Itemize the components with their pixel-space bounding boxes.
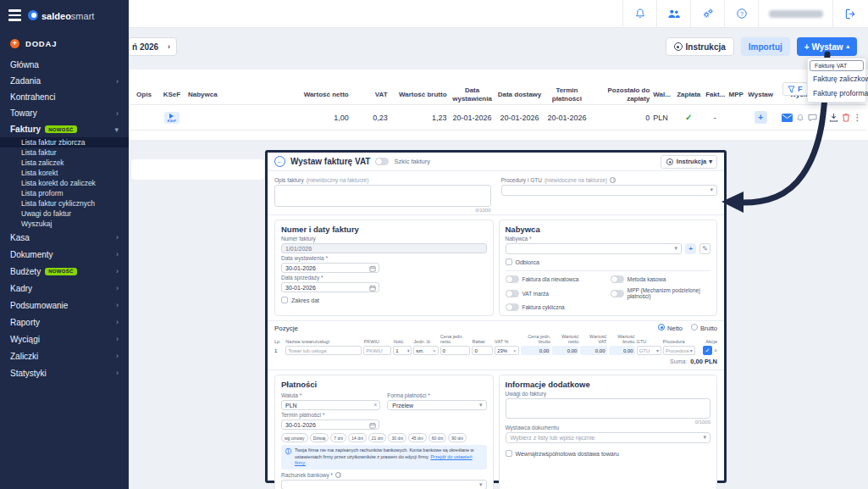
due-pill[interactable]: 60 dni (428, 433, 447, 442)
instrukcja-button[interactable]: Instrukcja (666, 37, 734, 56)
netto-radio[interactable] (658, 324, 665, 331)
faktura-dla-nievatowca-toggle[interactable] (506, 275, 519, 283)
sidebar-item-kadry[interactable]: Kadry› (0, 280, 129, 297)
ksef-status-icon[interactable]: KSeF (164, 112, 180, 124)
user-menu[interactable] (758, 0, 832, 27)
payment-method-select[interactable]: Przelew▾ (387, 400, 486, 410)
notifications-button[interactable] (622, 0, 656, 27)
sidebar-item-statystyki[interactable]: Statystyki› (0, 364, 129, 381)
remove-row-button[interactable]: × (714, 347, 717, 353)
add-button[interactable]: + DODAJ (0, 30, 129, 57)
issue-date-input[interactable]: 30-01-2026 (281, 263, 379, 273)
edit-buyer-button[interactable]: ✎ (699, 243, 710, 254)
metoda-kasowa-toggle[interactable] (611, 275, 624, 283)
vat-rate-input[interactable]: 23%× (495, 346, 518, 355)
sidebar-item-podsumowanie[interactable]: Podsumowanie› (0, 297, 129, 314)
due-date-input[interactable]: 30-01-2026 (281, 420, 379, 430)
importuj-button[interactable]: Importuj (741, 37, 790, 56)
submenu-lista-faktur-cyklicznych[interactable]: Lista faktur cyklicznych (0, 198, 129, 208)
invoice-number-input[interactable]: 1/01/2026 (281, 243, 487, 253)
sidebar-item-dokumenty[interactable]: Dokumenty› (0, 246, 129, 263)
due-pill[interactable]: wg umowy (281, 433, 308, 442)
users-button[interactable] (656, 0, 690, 27)
download-icon[interactable] (829, 113, 838, 122)
draft-toggle[interactable] (375, 158, 389, 165)
clear-icon[interactable]: × (373, 402, 377, 408)
sidebar-item-glowna[interactable]: Główna (0, 57, 129, 73)
hamburger-menu-icon[interactable] (8, 9, 21, 21)
sidebar-item-zadania[interactable]: Zadania› (0, 73, 129, 89)
document-issuer-select[interactable]: Wybierz z listy lub wpisz ręcznie▾ (506, 432, 711, 443)
filter-button[interactable]: F (782, 82, 808, 96)
submenu-lista-zaliczek[interactable]: Lista zaliczek (0, 158, 129, 168)
date-range-checkbox[interactable] (281, 297, 288, 303)
comment-icon[interactable] (808, 114, 817, 122)
sidebar-item-zaliczki[interactable]: Zaliczki› (0, 347, 129, 364)
menu-item-faktura-proforma[interactable]: Fakturę proforma (810, 86, 864, 100)
unit-input[interactable]: szt.× (413, 346, 438, 355)
clear-icon[interactable]: × (513, 348, 517, 353)
sidebar-item-wyciagi[interactable]: Wyciągi› (0, 331, 129, 347)
modal-instrukcja-button[interactable]: Instrukcja ▾ (661, 155, 717, 169)
submenu-uwagi-do-faktur[interactable]: Uwagi do faktur (0, 208, 129, 219)
sidebar-item-kasa[interactable]: Kasa› (0, 229, 129, 246)
quantity-stepper[interactable]: 1▴▾ (393, 346, 412, 355)
table-row[interactable]: KSeF 1,00 0,23 1,23 20-01-2026 20-01-202… (130, 105, 866, 131)
procedury-gtu-select[interactable]: ▾ (501, 185, 718, 196)
more-actions-icon[interactable]: ⋮ (854, 113, 862, 122)
due-pill[interactable]: 14 dni (348, 433, 367, 442)
procedura-select[interactable]: Procedura▾ (663, 346, 695, 355)
vat-marza-toggle[interactable] (506, 290, 519, 297)
submenu-lista-korekt[interactable]: Lista korekt (0, 168, 129, 178)
sidebar-item-raporty[interactable]: Raporty› (0, 314, 129, 331)
sale-date-input[interactable]: 30-01-2026 (281, 282, 379, 292)
due-pill[interactable]: 90 dni (448, 433, 467, 442)
gtu-select[interactable]: GTU▾ (637, 346, 661, 355)
back-button[interactable]: ← (274, 156, 285, 167)
month-selector[interactable]: ń 2026 › (128, 37, 177, 56)
due-pill[interactable]: 21 dni (368, 433, 387, 442)
add-payment-button[interactable]: + (755, 111, 767, 124)
intra-community-checkbox[interactable] (506, 450, 512, 457)
sidebar-item-towary[interactable]: Towary› (0, 105, 129, 121)
invoice-notes-textarea[interactable] (506, 398, 711, 419)
add-buyer-button[interactable]: + (685, 243, 696, 254)
column-header: Data wystawienia (449, 86, 496, 102)
discount-input[interactable]: 0 (472, 346, 493, 355)
submenu-wyszukaj[interactable]: Wyszukaj (0, 219, 129, 229)
due-pill[interactable]: 7 dni (330, 433, 346, 442)
item-name-input[interactable]: Towar lub usługa (285, 346, 362, 355)
due-pill[interactable]: Dzisiaj (310, 433, 329, 442)
sidebar-item-kontrahenci[interactable]: Kontrahenci (0, 89, 129, 105)
help-button[interactable]: ? (724, 0, 758, 27)
stepper-down-icon[interactable]: ▾ (407, 351, 409, 353)
unit-price-net-input[interactable]: 0 (440, 346, 471, 355)
reminder-bell-icon[interactable] (796, 114, 804, 122)
buyer-select[interactable]: ▾ (506, 243, 683, 254)
pkwiu-input[interactable]: PKWiU (363, 346, 391, 355)
clear-icon[interactable]: × (433, 348, 436, 353)
faktura-cykliczna-toggle[interactable] (506, 303, 519, 311)
delete-icon[interactable] (842, 113, 850, 122)
menu-item-faktura-zaliczkowa[interactable]: Fakturę zaliczkową (810, 71, 864, 86)
submenu-lista-faktur-zbiorcza[interactable]: Lista faktur zbiorcza (0, 137, 129, 147)
menu-item-faktura-vat[interactable]: Fakturę VAT (810, 60, 864, 71)
send-email-icon[interactable] (782, 114, 793, 122)
submenu-lista-proform[interactable]: Lista proform (0, 188, 129, 198)
currency-input[interactable]: PLN× (281, 400, 380, 410)
due-pill[interactable]: 30 dni (388, 433, 406, 442)
mpp-toggle[interactable] (611, 290, 624, 297)
submenu-lista-faktur[interactable]: Lista faktur (0, 147, 129, 158)
submenu-lista-korekt-do-zaliczek[interactable]: Lista korekt do zaliczek (0, 178, 129, 188)
invoice-description-textarea[interactable] (274, 185, 491, 207)
confirm-row-button[interactable]: ✓ (703, 346, 712, 355)
odbiorca-checkbox[interactable] (506, 258, 512, 265)
logout-button[interactable] (832, 0, 868, 27)
bank-account-select[interactable]: ▾ (281, 480, 487, 489)
sidebar-item-budzety[interactable]: BudżetyNOWOŚĆ› (0, 263, 129, 280)
sidebar-item-faktury[interactable]: Faktury NOWOŚĆ ▾ (0, 121, 129, 137)
brutto-radio[interactable] (691, 324, 698, 331)
settings-button[interactable] (690, 0, 724, 27)
due-pill[interactable]: 45 dni (408, 433, 427, 442)
wystaw-button[interactable]: + Wystaw ▴ (797, 37, 857, 56)
